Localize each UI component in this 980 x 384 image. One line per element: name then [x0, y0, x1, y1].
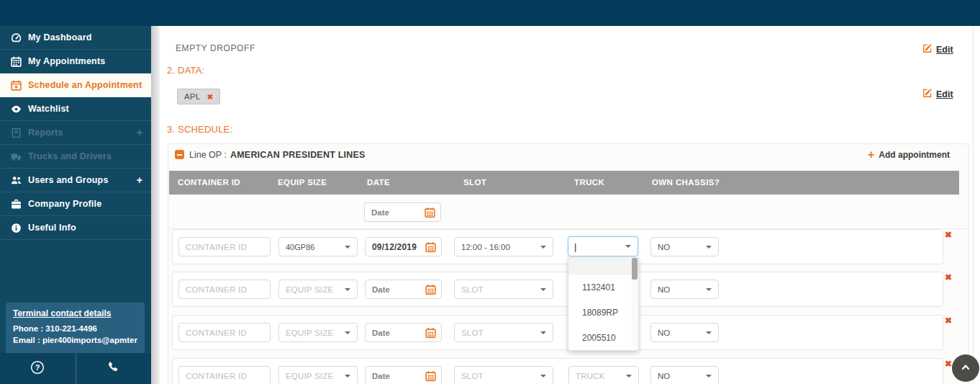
container-id-input[interactable] — [178, 280, 271, 299]
col-own-chassis: OWN CHASSIS? — [652, 178, 720, 187]
date-placeholder: Date — [371, 208, 389, 217]
sidebar-item-schedule-an-appointment[interactable]: Schedule an Appointment — [0, 73, 151, 97]
sidebar-item-watchlist[interactable]: Watchlist — [0, 97, 151, 121]
equip-size-select[interactable]: 40GP86 — [278, 237, 358, 256]
briefcase-icon — [10, 198, 22, 210]
date-field[interactable]: Date — [365, 366, 442, 384]
slot-select[interactable]: 12:00 - 16:00 — [454, 237, 553, 256]
own-chassis-select[interactable]: NO — [650, 366, 719, 384]
help-button[interactable]: ? — [0, 353, 76, 384]
date-field[interactable]: Date — [365, 280, 442, 299]
filter-date-field[interactable]: Date — [364, 202, 441, 222]
sidebar-item-label: Users and Groups — [28, 175, 109, 185]
sidebar-footer: ? — [0, 353, 151, 384]
truck-option[interactable]: 18089RP — [568, 300, 638, 326]
help-icon: ? — [30, 360, 45, 378]
sidebar-item-my-dashboard[interactable]: My Dashboard — [0, 26, 151, 50]
page-scrollbar-track[interactable] — [973, 26, 980, 384]
equip-size-placeholder: EQUIP SIZE — [286, 285, 333, 294]
sidebar: My Dashboard My Appointments Schedule an… — [0, 26, 151, 384]
date-field[interactable]: 09/12/2019 — [365, 237, 442, 256]
col-slot: SLOT — [463, 178, 486, 187]
equip-size-select[interactable]: EQUIP SIZE — [278, 366, 358, 384]
col-container-id: CONTAINER ID — [178, 178, 240, 187]
remove-row-icon[interactable]: ✖ — [945, 231, 952, 239]
slot-placeholder: SLOT — [461, 285, 484, 294]
expand-plus-icon[interactable]: + — [137, 175, 142, 185]
scroll-to-top-button[interactable] — [952, 354, 979, 382]
edit-pencil-icon — [922, 43, 933, 56]
container-id-input[interactable] — [178, 323, 271, 342]
container-id-input[interactable] — [178, 366, 271, 384]
own-chassis-value: NO — [658, 372, 670, 380]
calendar-icon[interactable] — [425, 241, 436, 252]
terminal-contact-link[interactable]: Terminal contact details — [13, 308, 137, 318]
edit-link-label: Edit — [936, 89, 953, 99]
container-id-input[interactable] — [178, 237, 271, 256]
col-truck: TRUCK — [574, 178, 604, 187]
calendar-icon[interactable] — [425, 370, 436, 381]
sidebar-item-trucks-and-drivers[interactable]: Trucks and Drivers — [0, 145, 151, 169]
sidebar-item-label: Schedule an Appointment — [28, 80, 142, 90]
line-op-label: Line OP : — [189, 150, 227, 160]
date-field[interactable]: Date — [365, 323, 442, 342]
equip-size-placeholder: EQUIP SIZE — [286, 329, 333, 337]
remove-row-icon[interactable]: ✖ — [945, 273, 952, 282]
tag-remove-icon[interactable]: ✖ — [207, 93, 213, 101]
calendar-icon[interactable] — [425, 327, 436, 338]
sidebar-item-users-and-groups[interactable]: Users and Groups + — [0, 169, 151, 192]
equip-size-value: 40GP86 — [286, 243, 314, 251]
slot-select[interactable]: SLOT — [454, 280, 553, 299]
users-icon — [10, 174, 22, 186]
tag-label: APL — [184, 92, 201, 101]
truck-option[interactable]: 1132401 — [568, 275, 638, 300]
top-bar — [0, 0, 980, 26]
truck-option[interactable]: 2005510 — [568, 326, 638, 351]
line-op-tag: APL ✖ — [177, 89, 220, 104]
date-placeholder: Date — [372, 285, 390, 294]
caret-down-icon — [706, 288, 712, 291]
sidebar-item-useful-info[interactable]: Useful Info — [0, 216, 151, 240]
equip-size-placeholder: EQUIP SIZE — [286, 372, 333, 380]
add-appointment-button[interactable]: + Add appointment — [868, 149, 950, 161]
edit-dropoff-link[interactable]: Edit — [922, 43, 953, 56]
collapse-minus-icon[interactable] — [175, 150, 184, 159]
chevron-up-icon — [960, 362, 971, 375]
slot-select[interactable]: SLOT — [454, 323, 553, 342]
calendar-icon[interactable] — [425, 284, 436, 295]
equip-size-select[interactable]: EQUIP SIZE — [278, 323, 358, 342]
own-chassis-select[interactable]: NO — [650, 280, 719, 299]
edit-data-link[interactable]: Edit — [922, 88, 953, 101]
phone-icon — [107, 361, 119, 376]
remove-row-icon[interactable]: ✖ — [945, 360, 952, 368]
own-chassis-value: NO — [658, 285, 670, 294]
own-chassis-value: NO — [658, 243, 670, 251]
sidebar-item-company-profile[interactable]: Company Profile — [0, 192, 151, 216]
sidebar-item-label: Watchlist — [28, 104, 69, 114]
sidebar-item-label: Useful Info — [28, 223, 76, 233]
truck-combobox-focused[interactable]: | — [568, 236, 638, 256]
caret-down-icon — [706, 331, 712, 334]
call-button[interactable] — [76, 353, 152, 384]
sidebar-item-reports[interactable]: Reports + — [0, 121, 151, 145]
calendar-icon[interactable] — [425, 207, 435, 218]
caret-down-icon — [540, 331, 546, 334]
dropdown-scrollbar-thumb[interactable] — [632, 258, 638, 280]
own-chassis-select[interactable]: NO — [650, 237, 719, 256]
sidebar-item-my-appointments[interactable]: My Appointments — [0, 50, 151, 73]
slot-placeholder: SLOT — [461, 372, 484, 380]
own-chassis-value: NO — [658, 329, 670, 337]
edit-link-label: Edit — [936, 45, 953, 55]
truck-select[interactable]: TRUCK — [568, 366, 639, 384]
truck-option-blank[interactable] — [568, 257, 638, 275]
caret-down-icon — [626, 375, 632, 378]
date-value: 09/12/2019 — [372, 242, 417, 252]
expand-plus-icon[interactable]: + — [137, 128, 142, 138]
own-chassis-select[interactable]: NO — [650, 323, 719, 342]
terminal-phone: Phone : 310-221-4496 — [13, 323, 137, 334]
slot-select[interactable]: SLOT — [454, 366, 553, 384]
caret-down-icon — [706, 375, 712, 378]
remove-row-icon[interactable]: ✖ — [945, 316, 952, 325]
appointment-row: 40GP86 09/12/2019 12:00 - 16:00 NO ✖ — [172, 229, 943, 264]
equip-size-select[interactable]: EQUIP SIZE — [278, 280, 358, 299]
